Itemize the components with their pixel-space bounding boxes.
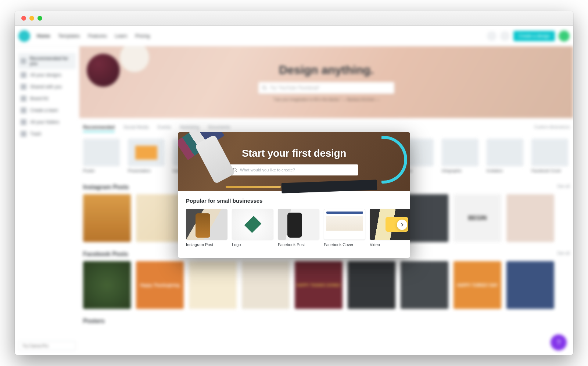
see-all-link[interactable]: See all	[557, 251, 570, 257]
template-card[interactable]	[83, 194, 131, 242]
folder-icon	[21, 119, 26, 125]
help-button[interactable]: ?	[551, 334, 567, 351]
thumbnail-image	[531, 139, 568, 166]
plus-icon	[21, 107, 26, 113]
sidebar-item-label: Trash	[30, 131, 41, 136]
question-mark-icon: ?	[556, 338, 560, 347]
user-avatar[interactable]	[559, 31, 570, 42]
sidebar-item-brand-kit[interactable]: Brand Kit	[18, 93, 76, 104]
template-card[interactable]	[506, 194, 554, 242]
sidebar-item-recommended[interactable]: Recommended for you	[18, 53, 76, 69]
hero-search-placeholder: Try "YouTube Thumbnail"	[270, 85, 320, 90]
sidebar-item-create-team[interactable]: Create a team	[18, 104, 76, 116]
nav-learn[interactable]: Learn	[115, 33, 127, 39]
decor-cable	[381, 136, 407, 184]
sidebar-item-trash[interactable]: Trash	[18, 128, 76, 140]
template-card[interactable]: HAPPY TURKEY DAY	[453, 261, 501, 309]
modal-hero: Start your first design	[178, 132, 410, 191]
hero-search[interactable]: Try "YouTube Thumbnail"	[258, 82, 394, 94]
custom-dimensions-link[interactable]: Custom dimensions	[534, 125, 570, 132]
hero-banner: Design anything. Try "YouTube Thumbnail"…	[79, 46, 573, 118]
modal-popular-row: Instagram Post Logo Facebook Post F	[186, 209, 402, 247]
thumbnail-image	[232, 209, 273, 240]
modal-body: Popular for small businesses Instagram P…	[178, 191, 410, 258]
nav-home[interactable]: Home	[37, 33, 50, 39]
palette-icon	[21, 96, 26, 102]
cat-card-infographic[interactable]: Infographic	[442, 139, 478, 173]
cat-card-facebook-cover[interactable]: Facebook Cover	[531, 139, 568, 173]
try-pro-button[interactable]: Try Canva Pro	[18, 341, 76, 351]
section-title-text: Instagram Posts	[83, 184, 129, 191]
maximize-window-button[interactable]	[37, 16, 42, 21]
nav-pricing[interactable]: Pricing	[135, 33, 150, 39]
sidebar-item-all-designs[interactable]: All your designs	[18, 69, 76, 81]
sidebar-item-shared[interactable]: Shared with you	[18, 81, 76, 93]
template-card[interactable]: Happy Thanksgiving	[136, 261, 184, 309]
thumbnail-image	[487, 139, 523, 166]
carousel-next-button[interactable]	[397, 220, 407, 230]
tab-events[interactable]: Events	[158, 125, 171, 132]
section-title-text: Posters	[83, 318, 105, 324]
template-card[interactable]: HAPPY THANKS GIVING!	[295, 261, 343, 309]
cat-card-poster[interactable]: Poster	[83, 139, 120, 173]
popular-card-facebook-post[interactable]: Facebook Post	[278, 209, 319, 247]
tab-marketing[interactable]: Marketing	[180, 125, 199, 132]
sidebar-item-label: All your designs	[30, 72, 61, 78]
see-all-link[interactable]: See all	[557, 184, 570, 191]
template-card[interactable]	[189, 261, 237, 309]
cat-label: Poster	[83, 168, 120, 173]
cat-card-invitation[interactable]: Invitation	[487, 139, 523, 173]
template-card[interactable]	[348, 261, 395, 309]
cat-label: Invitation	[487, 168, 523, 173]
hero-title: Design anything.	[279, 63, 374, 77]
chevron-right-icon	[400, 223, 404, 227]
modal-title: Start your first design	[242, 148, 346, 159]
thumbnail-image	[442, 139, 478, 166]
settings-gear-icon[interactable]	[500, 31, 510, 41]
tab-documents[interactable]: Documents	[208, 125, 230, 132]
svg-line-1	[265, 88, 266, 89]
template-card[interactable]	[401, 261, 448, 309]
nav-templates[interactable]: Templates	[58, 33, 80, 39]
card-label: Logo	[232, 242, 273, 247]
nav-features[interactable]: Features	[88, 33, 107, 39]
brand-logo[interactable]	[18, 30, 30, 42]
template-card[interactable]	[83, 261, 131, 309]
template-card[interactable]	[136, 194, 184, 242]
sidebar-item-folders[interactable]: All your folders	[18, 116, 76, 128]
thumbnail-image	[278, 209, 319, 240]
modal-search-input[interactable]	[240, 168, 355, 172]
template-card[interactable]: BEGIN	[453, 194, 501, 242]
modal-search[interactable]	[230, 164, 358, 175]
sidebar-item-label: Create a team	[30, 108, 58, 113]
section-title-text: Facebook Posts	[83, 251, 128, 257]
popular-card-logo[interactable]: Logo	[232, 209, 273, 247]
sidebar-item-label: Recommended for you	[30, 56, 74, 66]
facebook-row: Happy Thanksgiving HAPPY THANKS GIVING! …	[79, 261, 573, 309]
sparkle-icon	[21, 58, 26, 64]
nav-right: Create a design	[487, 31, 570, 42]
svg-line-3	[236, 171, 237, 172]
tab-social-media[interactable]: Social Media	[123, 125, 149, 132]
template-card[interactable]	[506, 261, 554, 309]
cat-label: Infographic	[442, 168, 478, 173]
sidebar-item-label: Shared with you	[30, 84, 62, 89]
people-icon	[21, 84, 26, 90]
close-window-button[interactable]	[21, 16, 26, 21]
template-card[interactable]	[242, 261, 290, 309]
svg-point-0	[263, 86, 266, 89]
top-nav: Home Templates Features Learn Pricing Cr…	[15, 26, 573, 46]
create-design-button[interactable]: Create a design	[513, 31, 555, 41]
cat-card-presentation[interactable]: Presentation	[128, 139, 165, 173]
window-titlebar	[15, 11, 573, 26]
sidebar: Recommended for you All your designs Sha…	[15, 46, 79, 355]
popular-card-instagram-post[interactable]: Instagram Post	[186, 209, 227, 247]
thumbnail-image	[83, 139, 120, 166]
thumbnail-image	[128, 139, 165, 166]
tab-recommended[interactable]: Recommended	[83, 125, 115, 132]
minimize-window-button[interactable]	[29, 16, 34, 21]
section-posters-title: Posters	[79, 309, 573, 328]
notification-icon[interactable]	[487, 31, 496, 41]
browser-window: Home Templates Features Learn Pricing Cr…	[15, 11, 573, 355]
popular-card-facebook-cover[interactable]: Facebook Cover	[324, 209, 365, 247]
